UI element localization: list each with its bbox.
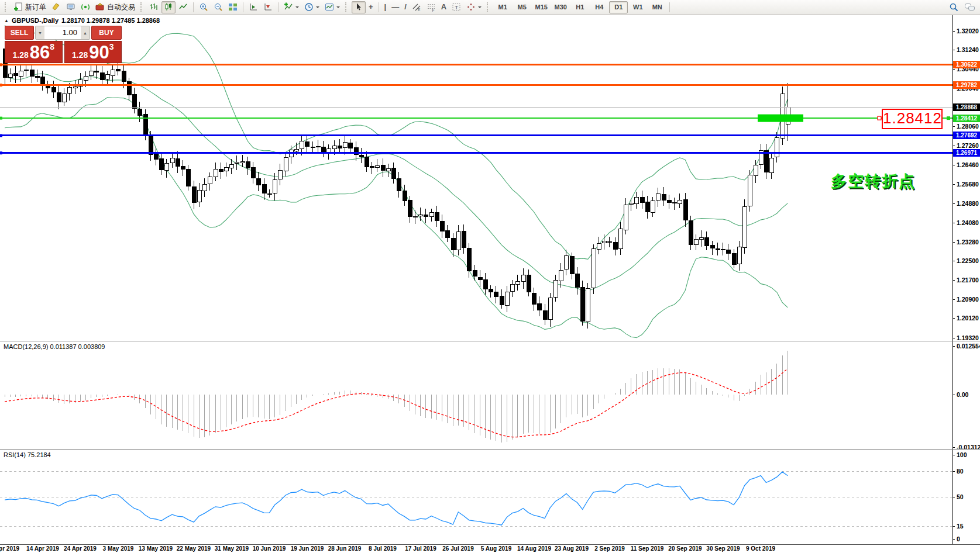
candle-body	[565, 256, 569, 269]
trendline-icon: /	[404, 3, 407, 11]
fibonacci-tool-button[interactable]: F	[424, 1, 438, 13]
chat-button[interactable]	[962, 1, 978, 13]
bar-chart-mode-button[interactable]	[147, 1, 161, 13]
search-button[interactable]	[947, 1, 961, 13]
price-tag: 1.26971	[953, 149, 980, 157]
timeframe-w1[interactable]: W1	[628, 1, 647, 13]
candle-body	[770, 158, 774, 172]
candle-body	[149, 136, 153, 155]
timeframe-m5[interactable]: M5	[513, 1, 531, 13]
date-label: 3 May 2019	[103, 545, 134, 552]
toolbar-separator	[193, 2, 194, 12]
candle-body	[689, 220, 693, 245]
date-label: 22 May 2019	[177, 545, 211, 552]
templates-button[interactable]	[322, 1, 342, 13]
crosshair-tool-button[interactable]: +	[366, 1, 376, 13]
price-tag: 1.27692	[953, 132, 980, 139]
toolbar-separator	[278, 2, 278, 12]
candle-body	[294, 149, 298, 151]
zoom-in-button[interactable]	[197, 1, 211, 13]
timeframe-m30[interactable]: M30	[551, 1, 570, 13]
arrows-tool-button[interactable]	[464, 1, 484, 13]
periods-button[interactable]	[302, 1, 322, 13]
chart-note-annotation[interactable]: 多空转折点	[831, 171, 916, 192]
cursor-tool-button[interactable]	[352, 1, 366, 13]
candle-body	[543, 310, 547, 320]
zoom-out-button[interactable]	[211, 1, 225, 13]
terminal-button[interactable]	[64, 1, 78, 13]
candle-body	[592, 249, 596, 288]
candle-body	[484, 279, 488, 289]
add-indicator-icon	[284, 2, 293, 12]
timeframe-m15[interactable]: M15	[532, 1, 551, 13]
new-order-label: 新订单	[25, 2, 46, 12]
line-handle[interactable]	[878, 116, 881, 120]
autotrading-button[interactable]: 自动交易	[93, 1, 137, 13]
rsi-axis-labels: 1008050150	[953, 451, 967, 542]
volume-increase-button[interactable]: ▲	[81, 26, 90, 39]
candle-body	[640, 198, 644, 202]
sell-price-display[interactable]: 1.28868	[5, 41, 63, 63]
price-callout-box[interactable]: 1.28412	[882, 109, 943, 129]
svg-text:1.25680: 1.25680	[957, 181, 979, 188]
candle-body	[754, 165, 758, 176]
volume-value[interactable]: 1.00	[44, 26, 81, 39]
timeframe-m1[interactable]: M1	[493, 1, 512, 13]
highlight-rectangle[interactable]	[758, 115, 803, 122]
candle-body	[273, 179, 277, 193]
sell-price-prefix: 1.28	[12, 49, 28, 61]
chart-shift-button[interactable]	[261, 1, 275, 13]
svg-text:15: 15	[957, 523, 964, 530]
timeframe-h4[interactable]: H4	[590, 1, 608, 13]
rsi-indicator-panel[interactable]: RSI(14) 75.2184 1008050150	[0, 449, 980, 544]
candle-body	[19, 71, 23, 77]
svg-text:E: E	[418, 8, 421, 12]
line-chart-mode-button[interactable]	[176, 1, 190, 13]
text-tool-button[interactable]: A	[439, 1, 449, 13]
timeframe-mn[interactable]: MN	[648, 1, 666, 13]
strategy-tester-button[interactable]	[78, 1, 92, 13]
candle-body	[305, 141, 310, 147]
vertical-line-tool-button[interactable]: |	[382, 1, 389, 13]
buy-price-display[interactable]: 1.28903	[64, 41, 122, 63]
svg-text:0: 0	[957, 535, 960, 542]
channel-tool-button[interactable]: E	[410, 1, 424, 13]
tile-windows-button[interactable]	[226, 1, 240, 13]
candle-body	[138, 109, 142, 115]
indicators-button[interactable]	[281, 1, 301, 13]
candle-body	[645, 202, 649, 212]
candle-body	[197, 190, 201, 202]
svg-text:1.22500: 1.22500	[957, 257, 979, 264]
auto-scroll-button[interactable]	[246, 1, 260, 13]
candle-body	[95, 71, 99, 72]
text-label-tool-button[interactable]: T	[449, 1, 463, 13]
trendline-tool-button[interactable]: /	[402, 1, 409, 13]
date-label: 11 Sep 2019	[631, 545, 664, 552]
styler-button[interactable]	[49, 1, 63, 13]
timeframe-d1[interactable]: D1	[609, 1, 628, 13]
collapse-panel-icon[interactable]: ▲	[4, 18, 9, 23]
macd-indicator-panel[interactable]: MACD(12,26,9) 0.011387 0.003809 0.012554…	[0, 341, 980, 449]
time-axis[interactable]: 4 Apr 201914 Apr 201924 Apr 20193 May 20…	[0, 544, 980, 553]
candlestick-mode-button[interactable]	[161, 1, 176, 13]
horizontal-line-tool-button[interactable]: —	[389, 1, 401, 13]
buy-button[interactable]: BUY	[91, 26, 122, 40]
macd-axis-labels: 0.0125540.00-0.013128	[953, 343, 980, 450]
candle-body	[84, 76, 88, 80]
candle-body	[538, 303, 542, 310]
volume-decrease-button[interactable]: ▼	[36, 26, 44, 39]
candle-body	[208, 177, 212, 184]
candle-body	[63, 94, 67, 102]
sell-button[interactable]: SELL	[5, 26, 34, 40]
svg-text:1.20120: 1.20120	[957, 314, 979, 322]
main-chart-panel[interactable]: 1.320201.312401.304401.296401.280601.272…	[0, 15, 980, 341]
timeframe-h1[interactable]: H1	[570, 1, 589, 13]
zoom-in-icon	[199, 2, 208, 12]
candle-body	[181, 166, 185, 169]
new-order-button[interactable]: 新订单	[11, 1, 49, 13]
candle-body	[521, 275, 525, 282]
label-anchor-handle[interactable]	[947, 116, 950, 120]
date-label: 13 May 2019	[139, 545, 173, 552]
candle-body	[435, 212, 439, 220]
candle-body	[721, 250, 725, 250]
